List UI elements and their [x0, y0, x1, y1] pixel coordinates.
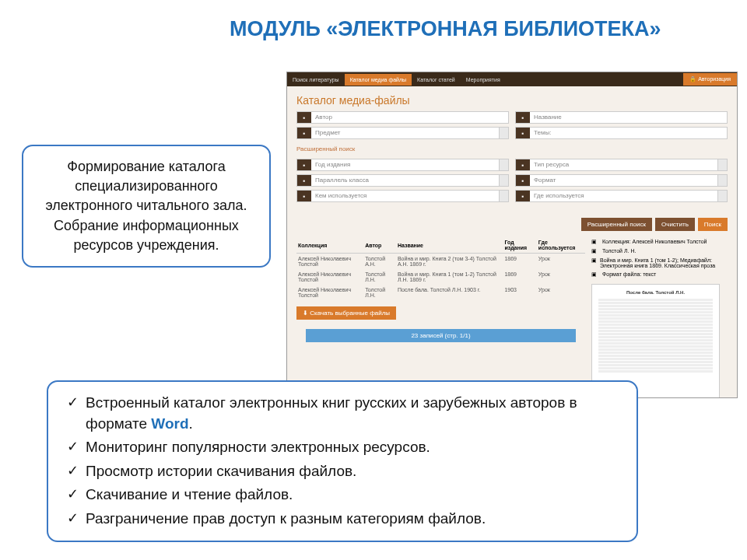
slide-title: МОДУЛЬ «ЭЛЕКТРОННАЯ БИБЛИОТЕКА»: [0, 0, 747, 47]
person-icon: ▪: [297, 112, 311, 123]
feature-list: Встроенный каталог электронных книг русс…: [65, 391, 619, 531]
title-field[interactable]: ▪Название: [515, 111, 728, 124]
pin-icon: ▪: [516, 191, 530, 201]
col-collection[interactable]: Коллекция: [296, 237, 363, 254]
book-icon: ▪: [297, 128, 311, 138]
page-title: Каталог медиа-файлы: [287, 86, 737, 111]
pager: 23 записей (стр. 1/1): [306, 329, 576, 342]
callout-features: Встроенный каталог электронных книг русс…: [47, 380, 638, 542]
download-button[interactable]: ⬇ Скачать выбранные файлы: [296, 306, 396, 320]
usedwhere-field[interactable]: ▪Где используется: [515, 190, 728, 202]
search-button[interactable]: Поиск: [698, 218, 728, 231]
table-row[interactable]: Алексей Николаевич ТолстойТолстой Л.Н.По…: [296, 285, 585, 300]
tag-icon: ▪: [516, 112, 530, 123]
auth-link[interactable]: 🔒 Авторизация: [683, 73, 737, 86]
results-area: Коллекция Автор Название Год издания Где…: [287, 237, 737, 398]
expand-link[interactable]: Расширенный поиск: [296, 142, 728, 159]
list-icon: ▪: [516, 128, 530, 138]
col-where[interactable]: Где используется: [537, 237, 585, 254]
feature-item: Встроенный каталог электронных книг русс…: [65, 391, 619, 436]
calendar-icon: ▪: [297, 159, 311, 170]
col-year[interactable]: Год издания: [503, 237, 536, 254]
nav-tab-articles[interactable]: Каталог статей: [412, 74, 461, 86]
folder-icon: ▣: [591, 239, 599, 245]
app-screenshot: Поиск литературы Каталог медиа файлы Кат…: [286, 72, 738, 398]
grid-icon: ▪: [297, 175, 311, 186]
author-field[interactable]: ▪Автор: [296, 111, 509, 124]
usedby-field[interactable]: ▪Кем используется: [296, 190, 509, 202]
user-icon: ▪: [297, 191, 311, 201]
feature-item: Просмотр истории скачивания файлов.: [65, 460, 619, 484]
parclass-field[interactable]: ▪Параллель класса: [296, 174, 509, 187]
nav-tab-search[interactable]: Поиск литературы: [287, 74, 345, 86]
format-field[interactable]: ▪Формат: [515, 174, 728, 187]
book-icon: ▣: [591, 257, 597, 268]
nav-tab-events[interactable]: Мероприятия: [461, 74, 506, 86]
lock-icon: 🔒: [689, 76, 698, 82]
table-row[interactable]: Алексей Николаевич ТолстойТолстой Л.Н.Во…: [296, 269, 585, 285]
col-name[interactable]: Название: [396, 237, 503, 254]
topics-field[interactable]: ▪Темы:: [515, 127, 728, 139]
doc-icon: ▪: [516, 159, 530, 170]
year-field[interactable]: ▪Год издания: [296, 159, 509, 171]
feature-item: Разграничение прав доступ к разным катег…: [65, 507, 619, 531]
col-author[interactable]: Автор: [363, 237, 396, 254]
callout-description: Формирование каталога специализированног…: [22, 145, 271, 268]
file-icon: ▪: [516, 175, 530, 186]
action-row: Расширенный поиск Очистить Поиск: [287, 212, 737, 237]
nav-tab-media[interactable]: Каталог медиа файлы: [345, 74, 412, 86]
side-panel: ▣Коллекция: Алексей Николаевич Толстой ▣…: [591, 237, 728, 398]
top-nav: Поиск литературы Каталог медиа файлы Кат…: [287, 72, 737, 86]
advsearch-button[interactable]: Расширенный поиск: [581, 218, 652, 231]
table-row[interactable]: Алексей Николаевич ТолстойТолстой А.Н.Во…: [296, 254, 585, 270]
restype-field[interactable]: ▪Тип ресурса: [515, 159, 728, 171]
download-icon: ⬇: [303, 310, 310, 317]
search-block: ▪Автор ▪Название ▪Предмет ▪Темы: Расшире…: [287, 111, 737, 212]
subject-field[interactable]: ▪Предмет: [296, 127, 509, 139]
results-table: Коллекция Автор Название Год издания Где…: [296, 237, 585, 300]
person-icon: ▣: [591, 248, 599, 254]
clear-button[interactable]: Очистить: [655, 218, 695, 231]
feature-item: Мониторинг популярности электронных ресу…: [65, 436, 619, 460]
feature-item: Скачивание и чтение файлов.: [65, 483, 619, 507]
file-icon: ▣: [591, 271, 599, 278]
